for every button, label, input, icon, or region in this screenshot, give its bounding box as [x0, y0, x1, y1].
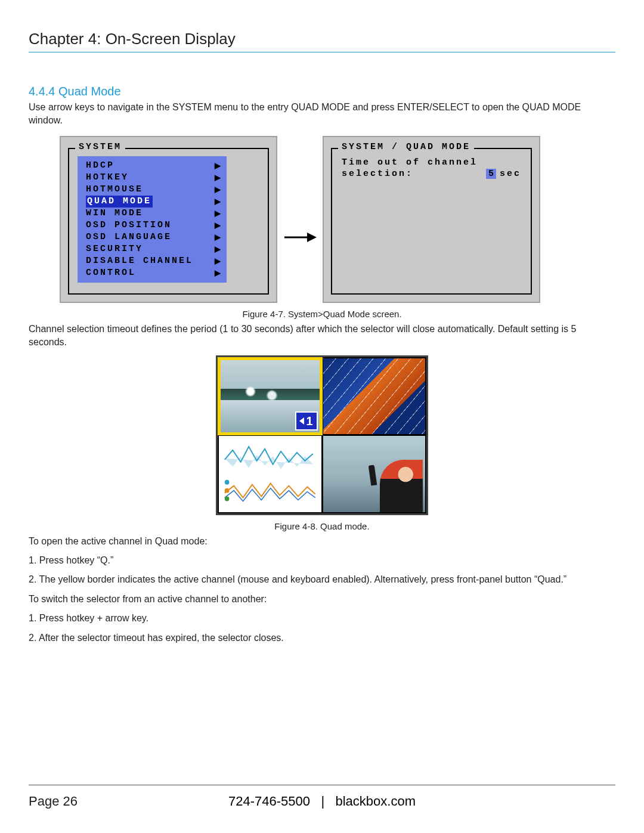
system-menu-item[interactable]: HOTKEY▶ — [78, 172, 227, 184]
timeout-paragraph: Channel selection timeout defines the pe… — [29, 323, 615, 349]
system-menu-item[interactable]: SECURITY▶ — [78, 243, 227, 255]
menu-item-label: HDCP — [86, 160, 114, 172]
menu-item-label: OSD POSITION — [86, 219, 172, 231]
chevron-right-icon: ▶ — [215, 243, 221, 255]
system-menu-list: HDCP▶HOTKEY▶HOTMOUSE▶QUAD MODE▶WIN MODE▶… — [78, 156, 227, 283]
figure-4-8-quad-preview: 1 — [216, 355, 428, 515]
svg-point-3 — [225, 488, 230, 493]
chapter-divider — [29, 52, 615, 52]
chapter-title: Chapter 4: On-Screen Display — [29, 30, 615, 48]
instruction-line: 2. The yellow border indicates the activ… — [29, 573, 615, 586]
section-intro: Use arrow keys to navigate in the SYSTEM… — [29, 101, 615, 128]
svg-point-4 — [225, 497, 230, 501]
page-footer: Page 26 724-746-5500 | blackbox.com — [29, 785, 615, 809]
osd-quadmode-panel: SYSTEM / QUAD MODE Time out of channel s… — [323, 136, 540, 303]
footer-divider — [29, 785, 615, 785]
chevron-right-icon: ▶ — [215, 231, 221, 243]
quad-channel-4 — [323, 436, 426, 512]
chevron-right-icon: ▶ — [215, 219, 221, 231]
system-menu-item[interactable]: HDCP▶ — [78, 160, 227, 172]
system-menu-item[interactable]: CONTROL▶ — [78, 267, 227, 279]
osd-system-tab: SYSTEM — [75, 142, 125, 152]
osd-quadmode-frame: SYSTEM / QUAD MODE Time out of channel s… — [331, 148, 532, 295]
instruction-line: 2. After the selector timeout has expire… — [29, 631, 615, 645]
osd-system-frame: SYSTEM HDCP▶HOTKEY▶HOTMOUSE▶QUAD MODE▶WI… — [68, 148, 269, 295]
chevron-right-icon: ▶ — [215, 160, 221, 172]
chevron-right-icon: ▶ — [215, 208, 221, 219]
chevron-right-icon: ▶ — [215, 267, 221, 279]
chevron-right-icon: ▶ — [215, 184, 221, 196]
quad-channel-3 — [219, 436, 321, 512]
timeout-label: selection: — [342, 169, 413, 179]
instruction-line: 1. Press hotkey “Q.” — [29, 554, 615, 567]
figure-4-8-caption: Figure 4-8. Quad mode. — [29, 521, 615, 531]
arrow-right-icon — [283, 231, 317, 244]
chevron-right-icon: ▶ — [215, 196, 221, 208]
svg-point-2 — [225, 480, 230, 485]
figure-4-7-caption: Figure 4-7. System>Quad Mode screen. — [29, 309, 615, 319]
section-number: 4.4.4 — [29, 85, 55, 98]
instructions-block: To open the active channel in Quad mode:… — [29, 535, 615, 645]
osd-quadmode-tab: SYSTEM / QUAD MODE — [338, 142, 474, 152]
system-menu-item[interactable]: OSD POSITION▶ — [78, 219, 227, 231]
system-menu-item[interactable]: OSD LANGUAGE▶ — [78, 231, 227, 243]
timeout-value[interactable]: 5 — [486, 169, 496, 179]
quad-channel-1: 1 — [219, 358, 321, 435]
footer-phone: 724-746-5500 — [228, 794, 310, 809]
system-menu-item[interactable]: QUAD MODE▶ — [78, 196, 227, 208]
system-menu-item[interactable]: HOTMOUSE▶ — [78, 184, 227, 196]
instruction-line: To open the active channel in Quad mode: — [29, 535, 615, 548]
system-menu-item[interactable]: WIN MODE▶ — [78, 208, 227, 219]
quadmode-content: Time out of channel selection: 5 sec — [342, 157, 521, 179]
instruction-line: To switch the selector from an active ch… — [29, 593, 615, 606]
chevron-right-icon: ▶ — [215, 255, 221, 267]
footer-contact: 724-746-5500 | blackbox.com — [29, 794, 615, 809]
section-name: Quad Mode — [58, 85, 121, 98]
system-menu-item[interactable]: DISABLE CHANNEL▶ — [78, 255, 227, 267]
menu-item-label: SECURITY — [86, 243, 143, 255]
quad-channel-2 — [323, 358, 426, 435]
osd-system-panel: SYSTEM HDCP▶HOTKEY▶HOTMOUSE▶QUAD MODE▶WI… — [60, 136, 277, 303]
menu-item-label: WIN MODE — [86, 208, 143, 219]
active-channel-badge: 1 — [295, 411, 318, 431]
menu-item-label: QUAD MODE — [86, 196, 153, 208]
svg-marker-1 — [307, 233, 317, 242]
menu-item-label: CONTROL — [86, 267, 136, 279]
timeout-unit: sec — [500, 169, 521, 179]
timeout-line1: Time out of channel — [342, 157, 521, 168]
menu-item-label: HOTMOUSE — [86, 184, 143, 196]
chevron-right-icon: ▶ — [215, 172, 221, 184]
menu-item-label: HOTKEY — [86, 172, 129, 184]
menu-item-label: DISABLE CHANNEL — [86, 255, 193, 267]
footer-separator: | — [321, 794, 324, 809]
footer-site: blackbox.com — [335, 794, 416, 809]
figure-4-7-row: SYSTEM HDCP▶HOTKEY▶HOTMOUSE▶QUAD MODE▶WI… — [60, 136, 615, 303]
section-title: 4.4.4 Quad Mode — [29, 85, 615, 98]
instruction-line: 1. Press hotkey + arrow key. — [29, 612, 615, 625]
menu-item-label: OSD LANGUAGE — [86, 231, 172, 243]
